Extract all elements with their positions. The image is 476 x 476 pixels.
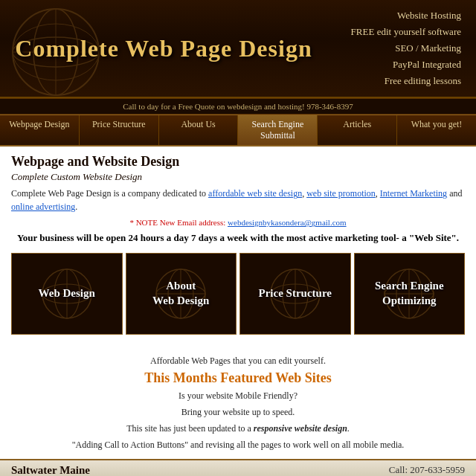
service-hosting: Website Hosting (312, 7, 461, 24)
bottom-line3: Bring your website up to speed. (11, 405, 465, 419)
nav-articles[interactable]: Articles (318, 115, 397, 145)
service-editing: FREE edit yourself software (312, 24, 461, 40)
bottom-line4-italic: responsive website design (254, 423, 347, 434)
boxes-grid: Web Design AboutWeb Design Price Structu (11, 253, 465, 335)
header: Complete Web Page Design Website Hosting… (0, 0, 476, 98)
bottom-line5: "Adding Call to Action Buttons" and revi… (11, 438, 465, 451)
service-seo: SEO / Marketing (312, 40, 461, 57)
nav-price-structure[interactable]: Price Structure (80, 115, 159, 145)
open-24-text: Your business will be open 24 hours a da… (11, 231, 465, 245)
main-subtitle: Complete Custom Website Design (11, 171, 465, 183)
footer-call-label: Call: (389, 464, 408, 475)
bottom-line4: This site has just been updated to a res… (11, 422, 465, 435)
link-advertising[interactable]: online advertising (11, 202, 75, 212)
footer-bar: Saltwater Maine Call: 207-633-5959 (0, 459, 476, 476)
box-price-structure[interactable]: Price Structure (239, 253, 351, 335)
nav-search-engine[interactable]: Search Engine Submittal (238, 115, 318, 145)
box-seo-label: Search EngineOptimizing (375, 279, 444, 308)
nav-about-us[interactable]: About Us (159, 115, 239, 145)
note-email[interactable]: webdesignbykasondera@gmail.com (228, 218, 347, 227)
bottom-line1: Affordable Web Pages that you can edit y… (11, 354, 465, 367)
header-services: Website Hosting FREE edit yourself softw… (312, 7, 461, 89)
note-prefix: * NOTE New Email address: (129, 218, 228, 227)
call-bar-text: Call to day for a Free Quote on webdesig… (123, 102, 353, 111)
nav-what-you-get[interactable]: What you get! (397, 115, 476, 145)
intro-and: and (447, 188, 462, 199)
box-price-label: Price Structure (259, 286, 332, 301)
link-marketing[interactable]: Internet Marketing (380, 188, 447, 199)
site-title: Complete Web Page Design (15, 35, 312, 62)
call-bar: Call to day for a Free Quote on webdesig… (0, 98, 476, 115)
link-promotion[interactable]: web site promotion (306, 188, 376, 199)
intro-text: Complete Web Page Design is a company de… (11, 188, 208, 199)
link-affordable[interactable]: affordable web site design (208, 188, 302, 199)
box-web-design-label: Web Design (39, 286, 95, 301)
box-about-web-design[interactable]: AboutWeb Design (126, 253, 237, 335)
footer-phone-number: 207-633-5959 (410, 464, 465, 475)
bottom-section: Affordable Web Pages that you can edit y… (0, 350, 476, 459)
header-title-block: Complete Web Page Design (15, 35, 312, 62)
footer-site-name[interactable]: Saltwater Maine (11, 464, 90, 476)
service-lessons: Free editing lessons (312, 73, 461, 89)
nav-bar: Webpage Design Price Structure About Us … (0, 115, 476, 147)
bottom-line4-prefix: This site has just been updated to a (126, 423, 254, 434)
bottom-line4-end: . (347, 423, 350, 434)
main-content: Webpage and Website Design Complete Cust… (0, 147, 476, 349)
footer-phone: Call: 207-633-5959 (389, 464, 465, 476)
main-heading: Webpage and Website Design (11, 154, 465, 170)
nav-webpage-design[interactable]: Webpage Design (0, 115, 80, 145)
note-bar: * NOTE New Email address: webdesignbykas… (11, 218, 465, 227)
service-paypal: PayPal Integrated (312, 57, 461, 73)
featured-title: This Months Featured Web Sites (11, 370, 465, 386)
intro-end: . (75, 202, 77, 212)
box-seo[interactable]: Search EngineOptimizing (354, 253, 466, 335)
intro-paragraph: Complete Web Page Design is a company de… (11, 187, 465, 213)
box-web-design[interactable]: Web Design (11, 253, 123, 335)
box-about-label: AboutWeb Design (152, 279, 209, 308)
bottom-line2: Is your website Mobile Friendly? (11, 389, 465, 402)
